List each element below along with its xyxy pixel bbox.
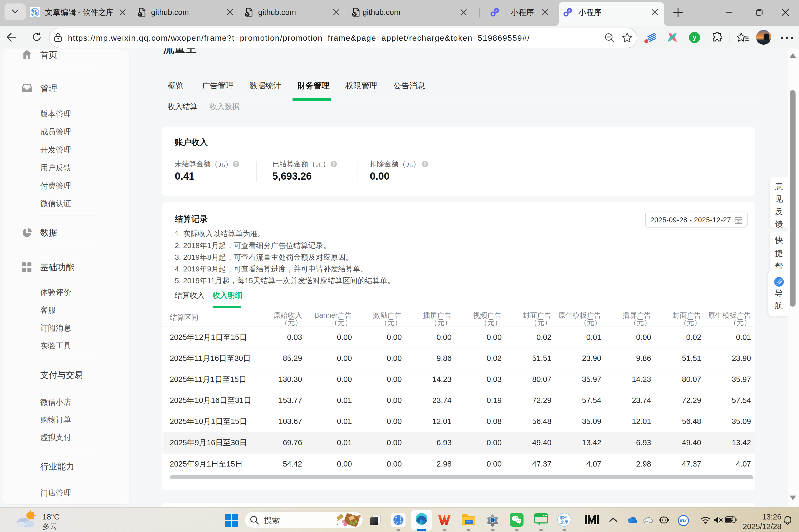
svg-text:软件: 软件 xyxy=(32,9,38,12)
svg-text:?: ? xyxy=(234,162,237,167)
svg-text:?: ? xyxy=(423,162,426,167)
svg-text:?: ? xyxy=(332,162,335,167)
svg-text:y: y xyxy=(693,34,696,41)
svg-text:之库: 之库 xyxy=(560,520,568,524)
svg-text:之库: 之库 xyxy=(32,12,38,15)
svg-text:z: z xyxy=(790,516,792,520)
svg-text:iFLY: iFLY xyxy=(680,519,687,523)
svg-text:软件: 软件 xyxy=(560,515,568,520)
